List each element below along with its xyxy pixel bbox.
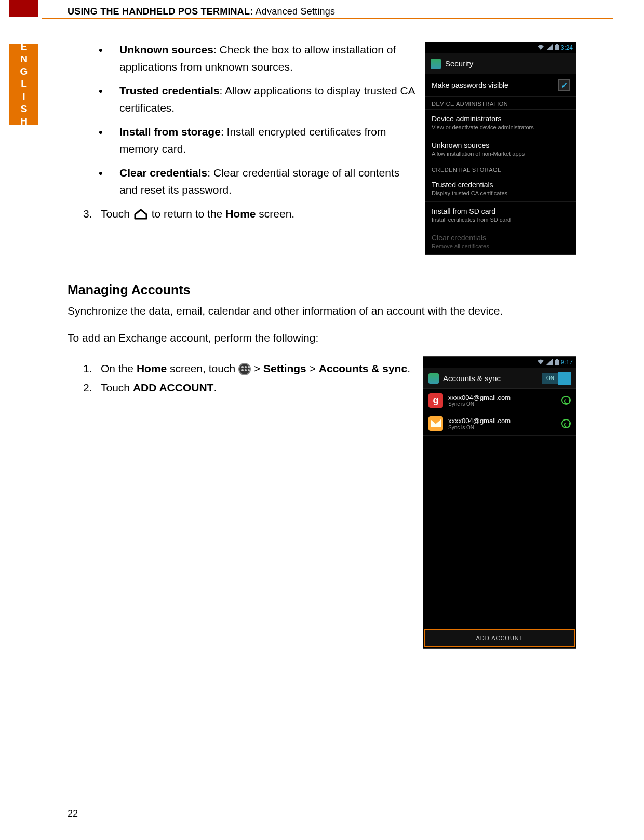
screen-title: Security (445, 59, 473, 68)
step-bold: Settings (263, 362, 306, 374)
screen-title-bar: Accounts & sync ON (423, 368, 576, 389)
status-time: 3:24 (561, 44, 573, 51)
account-text: xxxx004@gmail.com Sync is ON (448, 417, 511, 430)
empty-area (423, 436, 576, 628)
step-item: 1. On the Home screen, touch > Settings … (83, 360, 421, 377)
account-email: xxxx004@gmail.com (448, 417, 511, 425)
status-bar: 9:17 (423, 357, 576, 368)
step-number: 2. (83, 380, 92, 397)
row-subtitle: Display trusted CA certificates (432, 190, 570, 196)
status-time: 9:17 (561, 359, 573, 366)
step-item: 3. Touch to return to the Home screen. (83, 206, 415, 225)
svg-rect-1 (556, 44, 558, 45)
step-list-2: 1. On the Home screen, touch > Settings … (68, 360, 421, 396)
screenshot-security: 3:24 Security Make passwords visible ✓ D… (425, 42, 576, 255)
section-intro: Synchronize the data, email, calendar an… (68, 303, 576, 319)
section-lead: To add an Exchange account, perform the … (68, 330, 576, 346)
step-text: . (407, 362, 410, 374)
svg-rect-2 (555, 360, 559, 365)
step-text: > (254, 362, 263, 374)
language-tab: ENGLISH (9, 44, 38, 125)
step-text: Touch (101, 208, 133, 220)
row-subtitle: Remove all certificates (432, 243, 570, 249)
step-text: Touch (101, 382, 133, 394)
section-heading: Managing Accounts (68, 282, 576, 297)
screen-title-bar: Security (425, 53, 576, 74)
toggle-label: ON (546, 375, 554, 381)
mail-account-icon (428, 416, 443, 431)
bullet-item: Clear credentials: Clear credential stor… (99, 165, 415, 198)
sync-status-icon (561, 419, 571, 428)
header-sub: Advanced Settings (253, 6, 335, 17)
row-title: Make passwords visible (432, 81, 508, 89)
account-text: xxxx004@gmail.com Sync is ON (448, 394, 511, 407)
step-number: 3. (83, 206, 92, 223)
svg-rect-3 (556, 359, 558, 360)
row-title: Install from SD card (432, 207, 570, 215)
row-subtitle: View or deactivate device administrators (432, 124, 570, 130)
step-text: . (213, 382, 217, 394)
signal-icon (546, 44, 553, 52)
step-bold: Accounts & sync (319, 362, 407, 374)
step-text: > (306, 362, 319, 374)
bullet-term: Install from storage (119, 126, 221, 138)
checkbox-checked-icon: ✓ (558, 79, 570, 91)
add-account-button[interactable]: ADD ACCOUNT (424, 629, 575, 647)
settings-icon (428, 373, 439, 384)
step-text: screen, touch (167, 362, 238, 374)
row-title: Device administrators (432, 115, 570, 123)
setting-row-unknown-sources[interactable]: Unknown sources Allow installation of no… (425, 136, 576, 162)
row-title: Unknown sources (432, 141, 570, 150)
step-number: 1. (83, 360, 92, 377)
row-title: Trusted credentials (432, 181, 570, 189)
battery-icon (555, 44, 559, 52)
corner-red-block (9, 0, 38, 17)
setting-row-install-sd[interactable]: Install from SD card Install certificate… (425, 202, 576, 228)
step-text: screen. (259, 208, 294, 220)
step-list: 3. Touch to return to the Home screen. (68, 206, 415, 225)
bullet-term: Unknown sources (119, 44, 213, 56)
svg-rect-0 (555, 45, 559, 50)
bullet-item: Install from storage: Install encrypted … (99, 124, 415, 157)
apps-grid-icon (238, 363, 251, 375)
screenshot-accounts-sync: 9:17 Accounts & sync ON g xxxx004@gmail.… (423, 356, 576, 649)
step-item: 2. Touch ADD ACCOUNT. (83, 380, 421, 397)
setting-row-trusted-credentials[interactable]: Trusted credentials Display trusted CA c… (425, 175, 576, 202)
step-text: On the (101, 362, 137, 374)
wifi-icon (537, 44, 544, 52)
signal-icon (546, 359, 553, 367)
page-number: 22 (68, 808, 78, 819)
row-subtitle: Allow installation of non-Market apps (432, 151, 570, 157)
wifi-icon (537, 359, 544, 367)
sync-status-icon (561, 396, 571, 405)
bullet-term: Clear credentials (119, 167, 207, 179)
row-title: Clear credentials (432, 234, 570, 242)
setting-row-device-admins[interactable]: Device administrators View or deactivate… (425, 110, 576, 136)
page-content: Unknown sources: Check the box to allow … (68, 42, 576, 649)
battery-icon (555, 359, 559, 367)
step-bold: Home (137, 362, 167, 374)
step-bold: Home (225, 208, 256, 220)
bullet-term: Trusted credentials (119, 85, 220, 97)
settings-icon (431, 59, 441, 69)
status-bar: 3:24 (425, 42, 576, 53)
account-status: Sync is ON (448, 425, 511, 430)
header-caps: USING THE HANDHELD POS TERMINAL: (68, 6, 253, 17)
setting-row-passwords-visible[interactable]: Make passwords visible ✓ (425, 74, 576, 97)
google-account-icon: g (428, 393, 443, 408)
account-row[interactable]: xxxx004@gmail.com Sync is ON (423, 412, 576, 436)
bullet-item: Trusted credentials: Allow applications … (99, 83, 415, 116)
bullet-item: Unknown sources: Check the box to allow … (99, 42, 415, 75)
home-icon (133, 208, 149, 225)
step-bold: ADD ACCOUNT (133, 382, 214, 394)
account-row[interactable]: g xxxx004@gmail.com Sync is ON (423, 389, 576, 412)
setting-row-clear-credentials: Clear credentials Remove all certificate… (425, 228, 576, 255)
category-header: DEVICE ADMINISTRATION (425, 97, 576, 110)
sync-toggle[interactable]: ON (542, 373, 571, 384)
screen-title: Accounts & sync (443, 374, 501, 383)
page-header: USING THE HANDHELD POS TERMINAL: Advance… (68, 6, 335, 17)
step-text: to return to the (152, 208, 225, 220)
bullet-list: Unknown sources: Check the box to allow … (68, 42, 415, 198)
account-email: xxxx004@gmail.com (448, 394, 511, 401)
account-status: Sync is ON (448, 401, 511, 407)
